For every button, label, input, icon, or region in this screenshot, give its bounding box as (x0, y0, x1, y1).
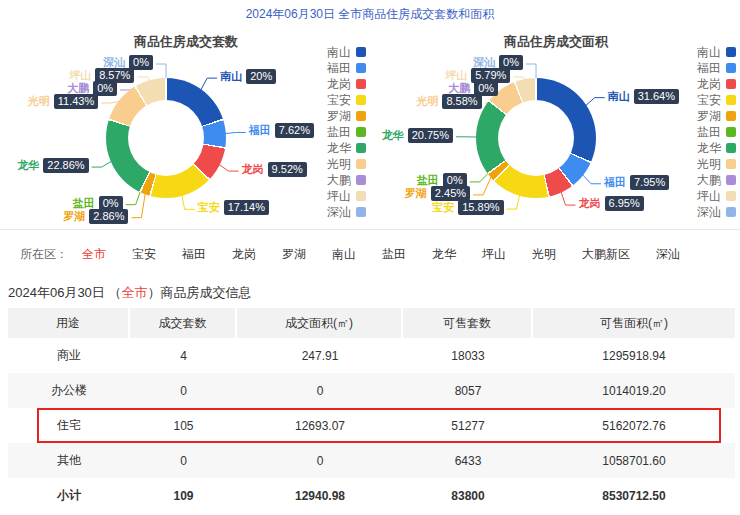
slice-percent-badge: 11.43% (54, 94, 99, 109)
legend-item-罗湖[interactable]: 罗湖 (327, 108, 369, 124)
table-row-商业: 商业4247.91180331295918.94 (8, 338, 735, 373)
table-cell: 商业 (8, 338, 130, 373)
filter-option-宝安[interactable]: 宝安 (132, 246, 156, 263)
filter-option-大鹏新区[interactable]: 大鹏新区 (582, 246, 630, 263)
legend-label: 坪山 (697, 188, 721, 205)
legend-item-龙岗[interactable]: 龙岗 (327, 76, 369, 92)
table-cell: 1295918.94 (533, 338, 735, 373)
slice-percent-badge: 5.79% (471, 68, 510, 83)
legend-label: 福田 (327, 60, 351, 77)
leader-line-宝安 (182, 195, 195, 209)
filter-option-全市[interactable]: 全市 (82, 246, 106, 263)
slice-label-光明: 光明8.58% (416, 94, 481, 109)
legend-item-盐田[interactable]: 盐田 (327, 124, 369, 140)
filter-option-福田[interactable]: 福田 (182, 246, 206, 263)
slice-name: 宝安 (432, 201, 454, 213)
slice-label-罗湖: 罗湖2.45% (405, 186, 470, 201)
legend-item-坪山[interactable]: 坪山 (697, 188, 739, 204)
table-body: 商业4247.91180331295918.94办公楼0080571014019… (8, 338, 735, 513)
subtitle-date: 2024年06月30日 (8, 285, 105, 300)
legend-swatch (356, 47, 366, 57)
leader-line-龙岗 (219, 164, 239, 171)
legend-item-大鹏[interactable]: 大鹏 (697, 172, 739, 188)
legend-item-龙华[interactable]: 龙华 (697, 140, 739, 156)
slice-label-福田: 福田7.62% (249, 123, 314, 138)
table-cell: 6433 (403, 443, 533, 478)
table-row-小计: 小计10912940.98838008530712.50 (8, 478, 735, 513)
table-cell: 办公楼 (8, 373, 130, 408)
slice-name: 龙岗 (579, 197, 601, 209)
table-cell: 8057 (403, 373, 533, 408)
leader-line-福田 (225, 132, 246, 133)
legend-item-光明[interactable]: 光明 (327, 156, 369, 172)
slice-name: 罗湖 (63, 210, 85, 222)
legend-item-盐田[interactable]: 盐田 (697, 124, 739, 140)
legend-swatch (356, 63, 366, 73)
legend-item-福田[interactable]: 福田 (697, 60, 739, 76)
legend-item-光明[interactable]: 光明 (697, 156, 739, 172)
filter-option-龙岗[interactable]: 龙岗 (232, 246, 256, 263)
filter-option-龙华[interactable]: 龙华 (432, 246, 456, 263)
legend-item-南山[interactable]: 南山 (327, 44, 369, 60)
legend-item-龙华[interactable]: 龙华 (327, 140, 369, 156)
table-cell: 其他 (8, 443, 130, 478)
dashboard-page: 2024年06月30日 全市商品住房成交套数和面积 商品住房成交套数 南山福田龙… (0, 0, 740, 515)
chart-deal-count: 商品住房成交套数 南山福田龙岗宝安罗湖盐田龙华光明大鹏坪山深汕 南山20%福田7… (0, 20, 370, 256)
legend-item-罗湖[interactable]: 罗湖 (697, 108, 739, 124)
legend-item-宝安[interactable]: 宝安 (327, 92, 369, 108)
legend-swatch (356, 143, 366, 153)
leader-line-深汕 (156, 64, 166, 79)
filter-option-南山[interactable]: 南山 (332, 246, 356, 263)
table-cell: 住宅 (8, 408, 130, 443)
legend-item-龙岗[interactable]: 龙岗 (697, 76, 739, 92)
table-cell: 0 (237, 373, 403, 408)
legend-swatch (726, 143, 736, 153)
slice-percent-badge: 15.89% (458, 200, 503, 215)
legend-item-深汕[interactable]: 深汕 (697, 204, 739, 220)
legend-item-大鹏[interactable]: 大鹏 (327, 172, 369, 188)
legend-item-宝安[interactable]: 宝安 (697, 92, 739, 108)
legend-label: 坪山 (327, 188, 351, 205)
legend-swatch (726, 127, 736, 137)
legend-label: 大鹏 (697, 172, 721, 189)
filter-option-坪山[interactable]: 坪山 (482, 246, 506, 263)
chart-title-count: 商品住房成交套数 (16, 33, 356, 51)
legend-item-坪山[interactable]: 坪山 (327, 188, 369, 204)
legend-item-福田[interactable]: 福田 (327, 60, 369, 76)
legend-label: 深汕 (697, 204, 721, 221)
legend-swatch (726, 159, 736, 169)
leader-line-龙岗 (561, 191, 576, 205)
slice-label-坪山: 坪山8.57% (69, 68, 134, 83)
deal-info-table: 用途成交套数成交面积(㎡)可售套数可售面积(㎡) 商业4247.91180331… (8, 308, 735, 513)
charts-section: 商品住房成交套数 南山福田龙岗宝安罗湖盐田龙华光明大鹏坪山深汕 南山20%福田7… (0, 20, 740, 256)
filter-option-盐田[interactable]: 盐田 (382, 246, 406, 263)
slice-label-龙华: 龙华22.86% (17, 158, 88, 173)
slice-label-宝安: 宝安17.14% (198, 200, 269, 215)
table-cell: 0 (130, 373, 237, 408)
subtitle-area: 全市 (121, 285, 147, 300)
slice-name: 光明 (28, 95, 50, 107)
filter-option-罗湖[interactable]: 罗湖 (282, 246, 306, 263)
legend-label: 光明 (327, 156, 351, 173)
legend-label: 光明 (697, 156, 721, 173)
legend-swatch (356, 159, 366, 169)
leader-line-龙华 (92, 161, 112, 167)
slice-percent-badge: 0% (499, 55, 523, 70)
table-cell: 5162072.76 (533, 408, 735, 443)
legend-item-南山[interactable]: 南山 (697, 44, 739, 60)
filter-option-光明[interactable]: 光明 (532, 246, 556, 263)
slice-name: 大鹏 (67, 82, 89, 94)
table-header-cell: 可售套数 (403, 308, 533, 338)
table-header-cell: 成交套数 (130, 308, 237, 338)
table-cell: 105 (130, 408, 237, 443)
slice-name: 南山 (220, 70, 242, 82)
donut-chart-count (106, 78, 226, 198)
leader-line-南山 (201, 78, 217, 90)
table-subtitle: 2024年06月30日 （全市）商品房成交信息 (8, 284, 251, 302)
filter-option-深汕[interactable]: 深汕 (656, 246, 680, 263)
legend-item-深汕[interactable]: 深汕 (327, 204, 369, 220)
slice-label-大鹏: 大鹏0% (448, 81, 498, 96)
slice-name: 龙华 (17, 159, 39, 171)
chart-title-area: 商品住房成交面积 (386, 33, 726, 51)
slice-percent-badge: 2.86% (89, 209, 128, 224)
